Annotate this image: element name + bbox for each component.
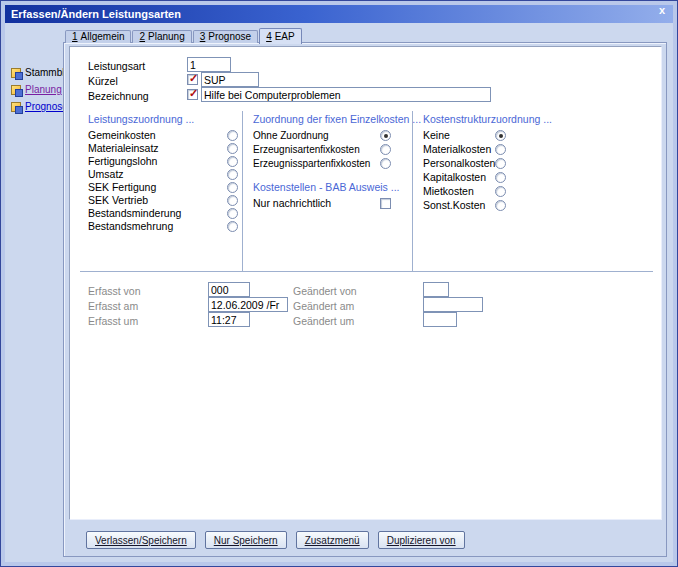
tab-hotkey: 1 <box>72 31 78 42</box>
column-separator <box>412 111 414 271</box>
tab-strip: 1Allgemein 2Planung 3Prognose 4EAP <box>65 28 303 43</box>
option-fertigungslohn: Fertigungslohn <box>88 155 238 167</box>
radio-sonst-kosten[interactable] <box>495 200 506 211</box>
radio-personalkosten[interactable] <box>495 158 506 169</box>
duplizieren-von-button[interactable]: Duplizieren von <box>378 531 465 549</box>
option-erzeugnisartenfixkosten: Erzeugnisartenfixkosten <box>253 143 391 155</box>
radio-mietkosten[interactable] <box>495 186 506 197</box>
erfasst-um-input[interactable] <box>208 312 250 327</box>
window-title: Erfassen/Ändern Leistungsarten <box>11 8 181 20</box>
tab-hotkey: 4 <box>266 31 272 42</box>
geaendert-um-label: Geändert um <box>293 315 354 327</box>
option-personalkosten: Personalkosten <box>423 157 506 169</box>
sidebar: Stammblatt Planung Prognose <box>11 67 63 118</box>
geaendert-am-input[interactable] <box>423 297 483 312</box>
option-erzeugnisspartenfixkosten: Erzeugnisspartenfixkosten <box>253 157 391 169</box>
radio-umsatz[interactable] <box>227 169 238 180</box>
option-nur-nachrichtlich: Nur nachrichtlich <box>253 197 391 209</box>
option-sonst-kosten: Sonst.Kosten <box>423 199 506 211</box>
option-keine: Keine <box>423 129 506 141</box>
radio-gemeinkosten[interactable] <box>227 130 238 141</box>
option-mietkosten: Mietkosten <box>423 185 506 197</box>
geaendert-von-label: Geändert von <box>293 285 357 297</box>
tab-eap[interactable]: 4EAP <box>259 28 302 44</box>
tab-hotkey: 2 <box>139 31 145 42</box>
section-separator <box>80 271 653 273</box>
fixkosten-header: Zuordnung der fixen Einzelkosten ... <box>253 113 421 125</box>
erfasst-von-label: Erfasst von <box>88 285 141 297</box>
button-row: Verlassen/Speichern Nur Speichern Zusatz… <box>86 531 465 549</box>
kuerzel-label: Kürzel <box>88 75 118 87</box>
tab-page-eap: Leistungsart Kürzel Bezeichnung Leistung… <box>63 42 667 557</box>
bab-header: Kostenstellen - BAB Ausweis ... <box>253 181 400 193</box>
option-sek-vertrieb: SEK Vertrieb <box>88 194 238 206</box>
sidebar-label-planung: Planung <box>25 84 62 95</box>
nur-speichern-button[interactable]: Nur Speichern <box>205 531 287 549</box>
radio-ohne-zuordnung[interactable] <box>380 130 391 141</box>
option-materialkosten: Materialkosten <box>423 143 506 155</box>
option-bestandsminderung: Bestandsminderung <box>88 207 238 219</box>
kuerzel-checkbox[interactable] <box>187 74 198 85</box>
radio-erzeugnisspartenfixkosten[interactable] <box>380 158 391 169</box>
sidebar-label-prognose: Prognose <box>25 101 68 112</box>
option-gemeinkosten: Gemeinkosten <box>88 129 238 141</box>
dialog-window: Erfassen/Ändern Leistungsarten x Stammbl… <box>0 0 678 567</box>
sidebar-item-prognose[interactable]: Prognose <box>11 101 63 112</box>
tab-planung[interactable]: 2Planung <box>132 30 191 43</box>
tab-allgemein[interactable]: 1Allgemein <box>65 30 131 43</box>
radio-materialkosten[interactable] <box>495 144 506 155</box>
tab-prognose[interactable]: 3Prognose <box>193 30 258 43</box>
option-umsatz: Umsatz <box>88 168 238 180</box>
erfasst-von-input[interactable] <box>208 282 250 297</box>
radio-erzeugnisartenfixkosten[interactable] <box>380 144 391 155</box>
geaendert-um-input[interactable] <box>423 312 457 327</box>
radio-kapitalkosten[interactable] <box>495 172 506 183</box>
nur-nachrichtlich-checkbox[interactable] <box>380 198 391 209</box>
planung-icon <box>11 85 21 95</box>
kuerzel-input[interactable] <box>201 72 259 87</box>
radio-bestandsmehrung[interactable] <box>227 221 238 232</box>
leistungszuordnung-header: Leistungszuordnung ... <box>88 113 194 125</box>
leistungsart-input[interactable] <box>187 57 231 72</box>
radio-sek-fertigung[interactable] <box>227 182 238 193</box>
prognose-icon <box>11 102 21 112</box>
sidebar-item-stammblatt[interactable]: Stammblatt <box>11 67 63 78</box>
bezeichnung-label: Bezeichnung <box>88 90 149 102</box>
tab-hotkey: 3 <box>200 31 206 42</box>
zusatzmenue-button[interactable]: Zusatzmenü <box>296 531 369 549</box>
close-icon[interactable]: x <box>655 3 669 17</box>
geaendert-von-input[interactable] <box>423 282 449 297</box>
option-ohne-zuordnung: Ohne Zuordnung <box>253 129 391 141</box>
bezeichnung-checkbox[interactable] <box>187 89 198 100</box>
option-sek-fertigung: SEK Fertigung <box>88 181 238 193</box>
stammblatt-icon <box>11 68 21 78</box>
leistungsart-label: Leistungsart <box>88 60 145 72</box>
option-materialeinsatz: Materialeinsatz <box>88 142 238 154</box>
radio-bestandsminderung[interactable] <box>227 208 238 219</box>
sidebar-item-planung[interactable]: Planung <box>11 84 63 95</box>
title-bar[interactable]: Erfassen/Ändern Leistungsarten <box>5 5 673 23</box>
column-separator <box>242 111 244 271</box>
erfasst-am-input[interactable] <box>208 297 288 312</box>
radio-sek-vertrieb[interactable] <box>227 195 238 206</box>
kostenstruktur-header: Kostenstrukturzuordnung ... <box>423 113 552 125</box>
radio-fertigungslohn[interactable] <box>227 156 238 167</box>
form-panel: Leistungsart Kürzel Bezeichnung Leistung… <box>69 46 662 520</box>
radio-keine[interactable] <box>495 130 506 141</box>
verlassen-speichern-button[interactable]: Verlassen/Speichern <box>86 531 196 549</box>
radio-materialeinsatz[interactable] <box>227 143 238 154</box>
option-kapitalkosten: Kapitalkosten <box>423 171 506 183</box>
erfasst-um-label: Erfasst um <box>88 315 138 327</box>
erfasst-am-label: Erfasst am <box>88 300 138 312</box>
option-bestandsmehrung: Bestandsmehrung <box>88 220 238 232</box>
bezeichnung-input[interactable] <box>201 87 491 102</box>
geaendert-am-label: Geändert am <box>293 300 354 312</box>
